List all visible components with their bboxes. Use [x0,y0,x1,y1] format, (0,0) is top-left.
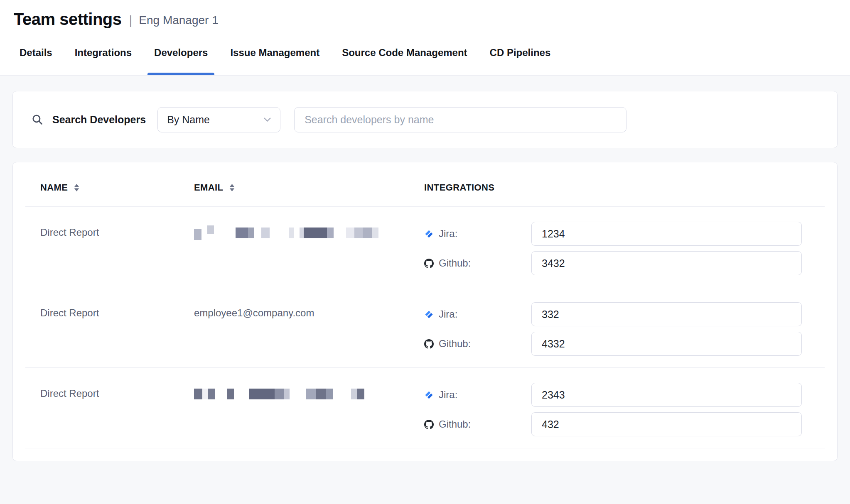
developers-table: NAME EMAIL INTEGRATIONS [12,162,838,461]
github-id-input[interactable] [531,412,802,436]
table-header-row: NAME EMAIL INTEGRATIONS [25,162,825,206]
github-id-input[interactable] [531,251,802,275]
tab-issue-management[interactable]: Issue Management [229,34,320,75]
search-input[interactable] [294,107,626,132]
developer-name: Direct Report [25,222,179,281]
integrations-cell: Jira: Github: [410,383,825,442]
jira-label: Jira: [439,389,457,401]
jira-id-input[interactable] [531,222,802,246]
search-filter-value: By Name [167,114,210,126]
tab-cd-pipelines[interactable]: CD Pipelines [489,34,552,75]
developer-email-redacted [179,383,410,442]
page-title: Team settings [14,10,122,29]
jira-label: Jira: [439,228,457,240]
github-label: Github: [439,257,471,269]
jira-id-input[interactable] [531,302,802,326]
integrations-cell: Jira: Github: [410,302,825,361]
search-icon [32,114,43,125]
column-header-integrations: INTEGRATIONS [410,182,825,193]
redacted-email-blocks [194,227,410,239]
title-separator: | [129,13,133,27]
search-developers-label: Search Developers [52,114,146,126]
integrations-cell: Jira: Github: [410,222,825,281]
redacted-email-blocks [194,388,410,400]
github-icon [424,259,434,268]
jira-integration-row: Jira: [424,222,825,246]
column-header-email-label: EMAIL [194,182,223,193]
table-row: Direct Report [25,206,825,287]
search-developers-panel: Search Developers By Name [12,91,838,148]
github-label: Github: [439,338,471,350]
page-header: Team settings | Eng Manager 1 [0,0,850,34]
sort-updown-icon[interactable] [74,184,79,191]
jira-integration-row: Jira: [424,383,825,407]
jira-icon [424,390,434,400]
column-header-name[interactable]: NAME [25,182,179,193]
tab-source-code-management[interactable]: Source Code Management [341,34,468,75]
github-integration-row: Github: [424,412,825,436]
column-header-integrations-label: INTEGRATIONS [424,182,494,193]
jira-icon [424,310,434,319]
search-filter-select[interactable]: By Name [157,107,280,132]
tab-developers[interactable]: Developers [153,34,209,75]
main-content: Search Developers By Name NAME [0,76,850,461]
jira-label: Jira: [439,308,457,320]
github-integration-row: Github: [424,251,825,275]
tab-bar: Details Integrations Developers Issue Ma… [0,34,850,76]
developer-email-redacted [179,222,410,281]
team-name: Eng Manager 1 [139,14,218,27]
jira-id-input[interactable] [531,383,802,407]
jira-icon [424,229,434,239]
developer-name: Direct Report [25,302,179,361]
github-icon [424,420,434,429]
tab-details[interactable]: Details [19,34,53,75]
chevron-down-icon [264,117,271,122]
column-header-email[interactable]: EMAIL [179,182,410,193]
table-row: Direct Report [25,367,825,448]
developer-name: Direct Report [25,383,179,442]
tab-integrations[interactable]: Integrations [74,34,133,75]
jira-integration-row: Jira: [424,302,825,326]
table-row: Direct Report employee1@company.com Jira… [25,287,825,367]
github-label: Github: [439,418,471,430]
github-icon [424,339,434,349]
column-header-name-label: NAME [40,182,68,193]
sort-updown-icon[interactable] [229,184,235,191]
developer-email: employee1@company.com [179,302,410,361]
github-id-input[interactable] [531,332,802,356]
github-integration-row: Github: [424,332,825,356]
